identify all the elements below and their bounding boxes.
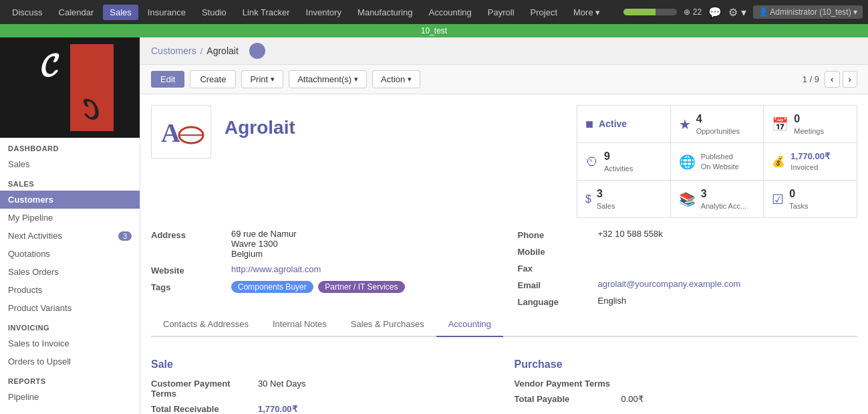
pagination-text: 1 / 9 <box>803 74 819 84</box>
form-col-left: Address 69 rue de Namur Wavre 1300 Belgi… <box>151 229 504 312</box>
sidebar-item-orders-to-upsell[interactable]: Orders to Upsell <box>0 352 140 371</box>
total-receivable-label: Total Receivable <box>151 404 258 414</box>
nav-arrows: ‹ › <box>825 71 857 88</box>
sidebar-item-my-pipeline[interactable]: My Pipeline <box>0 209 140 227</box>
customer-payment-terms-value: 30 Net Days <box>258 379 306 399</box>
website-value: http://www.agrolait.com <box>231 264 321 276</box>
sidebar-item-product-variants[interactable]: Product Variants <box>0 299 140 317</box>
stat-box-tasks[interactable]: ☑ 0 Tasks <box>764 181 857 217</box>
user-menu[interactable]: 👤 Administrator (10_test) ▾ <box>753 5 863 19</box>
stat-info-active: Active <box>599 118 627 130</box>
tab-contacts[interactable]: Contacts & Addresses <box>151 312 261 337</box>
messages-icon[interactable]: 💬 <box>708 6 722 19</box>
website-link[interactable]: http://www.agrolait.com <box>231 264 321 274</box>
tab-accounting[interactable]: Accounting <box>436 312 503 337</box>
total-payable-value: 0.00₹ <box>621 394 643 404</box>
sidebar-section-reports: Reports <box>0 371 140 388</box>
stat-box-meetings[interactable]: 📅 0 Meetings <box>764 106 857 142</box>
customer-payment-terms-label: Customer Payment Terms <box>151 379 258 399</box>
analytic-label: Analytic Acc... <box>701 201 746 211</box>
nav-accounting[interactable]: Accounting <box>422 5 478 20</box>
stat-box-invoiced[interactable]: 💰 1,770.00₹ Invoiced <box>764 143 857 180</box>
next-button[interactable]: › <box>843 71 857 88</box>
meetings-count: 0 <box>794 112 824 126</box>
sidebar-item-next-activities[interactable]: Next Activities 3 <box>0 227 140 245</box>
tenant-bar: 10_test <box>0 24 868 37</box>
sidebar-logo: 𝓒 𝓒 <box>0 37 140 138</box>
email-value: agrolait@yourcompany.example.com <box>598 279 741 290</box>
sale-title: Sale <box>151 358 494 371</box>
phone-value: +32 10 588 558k <box>598 229 663 240</box>
active-icon: ■ <box>585 116 593 132</box>
sidebar-item-quotations[interactable]: Quotations <box>0 245 140 263</box>
mobile-row: Mobile <box>518 245 858 257</box>
print-button[interactable]: Print <box>241 70 283 88</box>
stat-box-analytic[interactable]: 📚 3 Analytic Acc... <box>671 181 764 217</box>
opportunities-icon: ★ <box>679 116 691 132</box>
logo-bottom: 𝓒 <box>27 88 114 131</box>
action-button[interactable]: Action <box>372 70 420 88</box>
stat-box-published[interactable]: 🌐 PublishedOn Website <box>671 143 764 180</box>
sidebar-section-dashboard: Dashboard <box>0 138 140 155</box>
settings-icon[interactable]: ⚙ ▾ <box>728 6 746 19</box>
stat-box-sales[interactable]: $ 3 Sales <box>577 181 670 217</box>
nav-studio[interactable]: Studio <box>195 5 233 20</box>
tags-label: Tags <box>151 281 231 293</box>
svg-text:A: A <box>161 118 180 148</box>
vendor-payment-terms-label: Vendor Payment Terms <box>515 379 621 389</box>
tag-partner-it-services[interactable]: Partner / IT Services <box>318 281 404 293</box>
stat-box-active[interactable]: ■ Active <box>577 106 670 142</box>
stat-info-sales: 3 Sales <box>597 187 615 211</box>
logo-box: 𝓒 𝓒 <box>27 44 114 131</box>
active-status-label: Active <box>599 118 627 130</box>
sidebar-item-sales-orders[interactable]: Sales Orders <box>0 263 140 281</box>
nav-project[interactable]: Project <box>524 5 564 20</box>
progress-bar <box>623 9 677 15</box>
nav-manufacturing[interactable]: Manufacturing <box>351 5 419 20</box>
sidebar-item-products[interactable]: Products <box>0 281 140 299</box>
analytic-icon: 📚 <box>679 191 696 207</box>
notification-count[interactable]: ⊕ 22 <box>684 7 702 17</box>
breadcrumb-parent[interactable]: Customers <box>151 45 196 56</box>
nav-payroll[interactable]: Payroll <box>481 5 521 20</box>
nav-inventory[interactable]: Inventory <box>299 5 348 20</box>
breadcrumb-separator: / <box>200 46 203 56</box>
breadcrumb: Customers / Agrolait <box>140 37 868 65</box>
prev-button[interactable]: ‹ <box>825 71 839 88</box>
nav-insurance[interactable]: Insurance <box>141 5 192 20</box>
create-button[interactable]: Create <box>190 70 236 88</box>
sidebar-item-customers[interactable]: Customers <box>0 191 140 209</box>
sidebar-item-pipeline[interactable]: Pipeline <box>0 388 140 406</box>
meetings-label: Meetings <box>794 126 824 136</box>
email-link[interactable]: agrolait@yourcompany.example.com <box>598 279 741 289</box>
stat-info-analytic: 3 Analytic Acc... <box>701 187 746 211</box>
stat-box-activities[interactable]: ⏲ 9 Activities <box>577 143 670 180</box>
sidebar-item-sales-dashboard[interactable]: Sales <box>0 155 140 173</box>
mobile-label: Mobile <box>518 245 598 257</box>
language-value: English <box>598 296 627 307</box>
language-label: Language <box>518 296 598 307</box>
record-area: A Agrolait ■ Active <box>140 94 868 414</box>
stat-box-opportunities[interactable]: ★ 4 Opportunities <box>671 106 764 142</box>
nav-discuss[interactable]: Discuss <box>5 5 49 20</box>
website-label: Website <box>151 264 231 276</box>
tab-sales-purchases[interactable]: Sales & Purchases <box>339 312 436 337</box>
agrolait-logo-svg: A <box>158 112 204 152</box>
nav-sales[interactable]: Sales <box>103 5 138 20</box>
nav-link-tracker[interactable]: Link Tracker <box>236 5 297 20</box>
tasks-icon: ☑ <box>772 191 784 207</box>
tag-components-buyer[interactable]: Components Buyer <box>231 281 313 293</box>
tab-internal-notes[interactable]: Internal Notes <box>261 312 339 337</box>
phone-label: Phone <box>518 229 598 240</box>
total-payable-row: Total Payable 0.00₹ <box>515 394 858 404</box>
edit-button[interactable]: Edit <box>151 71 184 88</box>
activities-icon: ⏲ <box>585 154 599 169</box>
sidebar-item-sales-to-invoice[interactable]: Sales to Invoice <box>0 334 140 352</box>
email-row: Email agrolait@yourcompany.example.com <box>518 279 858 290</box>
stat-info-opportunities: 4 Opportunities <box>696 112 740 136</box>
top-nav-right: ⊕ 22 💬 ⚙ ▾ 👤 Administrator (10_test) ▾ <box>623 5 863 19</box>
sales-count: 3 <box>597 187 615 201</box>
nav-more[interactable]: More ▾ <box>567 5 607 20</box>
nav-calendar[interactable]: Calendar <box>52 5 101 20</box>
attachments-button[interactable]: Attachment(s) <box>289 70 367 88</box>
